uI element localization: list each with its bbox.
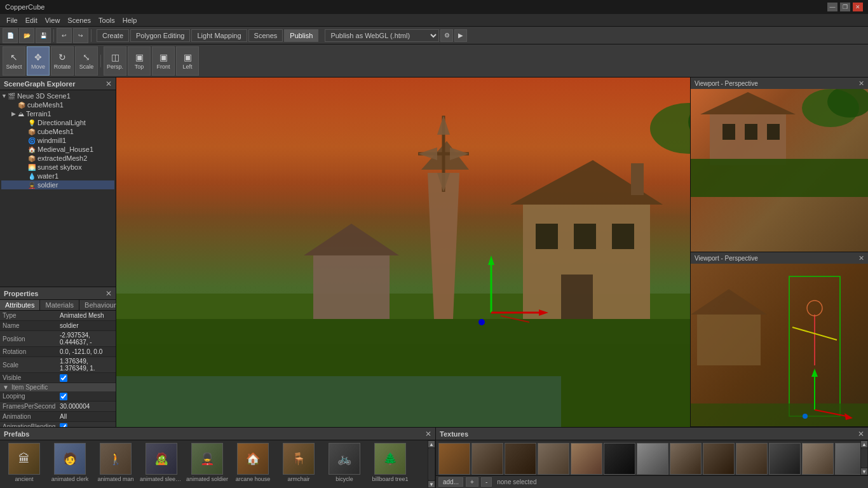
tree-item-skybox[interactable]: 🌅 sunset skybox	[1, 163, 114, 172]
redo-button[interactable]: ↪	[73, 28, 88, 43]
texture-thumb-4[interactable]	[538, 443, 569, 475]
prefab-ancient[interactable]: 🏛 ancient	[3, 443, 46, 482]
prefabs-close[interactable]: ✕	[425, 430, 431, 438]
svg-point-29	[478, 319, 485, 325]
tab-scenes[interactable]: Scenes	[248, 29, 283, 42]
texture-plus-button[interactable]: +	[466, 477, 478, 487]
minimize-button[interactable]: —	[827, 3, 837, 11]
mini-viewport-2-close[interactable]: ✕	[858, 254, 864, 262]
prop-checkbox-looping[interactable]	[60, 393, 67, 400]
scene-graph-close[interactable]: ✕	[105, 79, 112, 88]
texture-thumb-5[interactable]	[571, 443, 602, 475]
publish-settings-button[interactable]: ⚙	[440, 29, 453, 42]
tab-attributes[interactable]: Attributes	[0, 300, 40, 310]
tab-materials[interactable]: Materials	[40, 300, 79, 310]
tab-polygon-editing[interactable]: Polygon Editing	[130, 29, 190, 42]
tree-item-house[interactable]: 🏠 Medieval_House1	[1, 145, 114, 154]
open-button[interactable]: 📂	[19, 28, 34, 43]
tree-item-dirlight[interactable]: 💡 DirectionalLight	[1, 118, 114, 127]
texture-thumb-11[interactable]	[769, 443, 801, 475]
prop-value-animation[interactable]: All	[60, 413, 113, 420]
scene-tree[interactable]: ▼ 🎬 Neue 3D Scene1 📦 cubeMesh1 ▶ ⛰ Terra…	[0, 90, 116, 287]
texture-thumb-6[interactable]	[604, 443, 635, 475]
close-button[interactable]: ✕	[853, 3, 863, 11]
texture-thumb-3[interactable]	[505, 443, 536, 475]
prop-value-fps[interactable]: 30.000004	[60, 403, 113, 410]
persp-view-button[interactable]: ◫ Persp.	[104, 46, 126, 76]
textures-content[interactable]	[436, 440, 860, 475]
prop-value-rotation[interactable]: 0.0, -121.0, 0.0	[60, 348, 113, 355]
publish-run-button[interactable]: ▶	[454, 29, 467, 42]
select-tool-button[interactable]: ↖ Select	[3, 46, 25, 76]
publish-select[interactable]: Publish as WebGL (.html) Publish as Wind…	[325, 29, 439, 42]
scale-tool-button[interactable]: ⤡ Scale	[75, 46, 98, 76]
prefabs-scroll-down[interactable]: ▼	[428, 481, 435, 487]
menu-tools[interactable]: Tools	[95, 17, 119, 24]
prefab-billboard[interactable]: 🌲 billboard tree1	[369, 443, 412, 482]
prop-value-scale[interactable]: 1.376349, 1.376349, 1.	[60, 358, 113, 372]
prefab-arcane[interactable]: 🏠 arcane house	[231, 443, 275, 482]
texture-thumb-13[interactable]	[835, 443, 860, 475]
tab-light-mapping[interactable]: Light Mapping	[191, 29, 247, 42]
textures-scroll-down[interactable]: ▼	[861, 468, 867, 475]
tab-create[interactable]: Create	[97, 29, 129, 42]
texture-thumb-10[interactable]	[736, 443, 768, 475]
properties-close[interactable]: ✕	[105, 289, 112, 298]
tab-behaviour[interactable]: Behaviour	[79, 300, 122, 310]
tree-item-cubemesh1b[interactable]: 📦 cubeMesh1	[1, 127, 114, 136]
front-view-button[interactable]: ▣ Front	[152, 46, 175, 76]
texture-add-button[interactable]: add...	[438, 477, 463, 487]
prop-value-name[interactable]: soldier	[60, 322, 113, 329]
textures-scroll-up[interactable]: ▲	[861, 441, 867, 447]
mini-viewport-2[interactable]: Viewport - Perspective ✕	[691, 252, 868, 427]
prefabs-scroll-up[interactable]: ▲	[428, 441, 435, 447]
menu-scenes[interactable]: Scenes	[64, 17, 95, 24]
textures-close[interactable]: ✕	[858, 430, 864, 438]
texture-minus-button[interactable]: -	[481, 477, 492, 487]
menu-help[interactable]: Help	[119, 17, 141, 24]
rotate-tool-button[interactable]: ↻ Rotate	[51, 46, 74, 76]
texture-status: none selected	[497, 478, 536, 485]
texture-thumb-1[interactable]	[438, 443, 470, 475]
texture-thumb-2[interactable]	[471, 443, 503, 475]
tab-publish[interactable]: Publish	[284, 29, 318, 42]
new-button[interactable]: 📄	[3, 28, 18, 43]
texture-thumb-8[interactable]	[670, 443, 702, 475]
prefab-soldier[interactable]: 💂 animated soldier	[186, 443, 229, 482]
prop-checkbox-blending[interactable]	[60, 423, 67, 428]
texture-thumb-7[interactable]	[637, 443, 668, 475]
prop-label-name: Name	[3, 322, 60, 329]
restore-button[interactable]: ❐	[840, 3, 850, 11]
left-view-button[interactable]: ▣ Left	[176, 46, 199, 76]
undo-button[interactable]: ↩	[57, 28, 72, 43]
prefab-armchair[interactable]: 🪑 armchair	[277, 443, 320, 482]
prefabs-content[interactable]: 🏛 ancient 🧑 animated clerk 🚶 animated ma…	[0, 440, 428, 488]
prefab-sleepwalker[interactable]: 🧟 animated sleepwalker	[140, 443, 183, 482]
tree-item-windmill[interactable]: 🌀 windmill1	[1, 136, 114, 145]
tree-item-water[interactable]: 💧 water1	[1, 172, 114, 180]
menu-view[interactable]: View	[41, 17, 64, 24]
top-view-button[interactable]: ▣ Top	[128, 46, 151, 76]
tree-item-terrain1[interactable]: ▶ ⛰ Terrain1	[1, 109, 114, 118]
tree-item-cubemesh1[interactable]: 📦 cubeMesh1	[1, 100, 114, 109]
prop-checkbox-visible[interactable]	[60, 374, 67, 382]
section-label: Item Specific	[11, 384, 48, 391]
mini-viewport-1[interactable]: Viewport - Perspective ✕	[691, 78, 868, 252]
save-button[interactable]: 💾	[36, 28, 51, 43]
prefab-animated-man[interactable]: 🚶 animated man	[94, 443, 137, 482]
menu-edit[interactable]: Edit	[22, 17, 41, 24]
menu-file[interactable]: File	[3, 17, 22, 24]
move-tool-button[interactable]: ✥ Move	[27, 46, 50, 76]
svg-rect-15	[523, 205, 650, 319]
tree-item-soldier[interactable]: 💂 soldier	[1, 180, 114, 189]
texture-thumb-12[interactable]	[802, 443, 834, 475]
texture-thumb-9[interactable]	[703, 443, 735, 475]
svg-rect-21	[561, 274, 593, 319]
prefab-bicycle[interactable]: 🚲 bicycle	[323, 443, 366, 482]
viewport-main[interactable]	[116, 78, 690, 427]
tree-item-extracted[interactable]: 📦 extractedMesh2	[1, 154, 114, 163]
prefab-animated-clerk[interactable]: 🧑 animated clerk	[48, 443, 92, 482]
tree-item-scene[interactable]: ▼ 🎬 Neue 3D Scene1	[1, 92, 114, 100]
prop-value-position[interactable]: -2.937534, 0.444637, -	[60, 332, 113, 346]
mini-viewport-1-close[interactable]: ✕	[858, 79, 864, 88]
